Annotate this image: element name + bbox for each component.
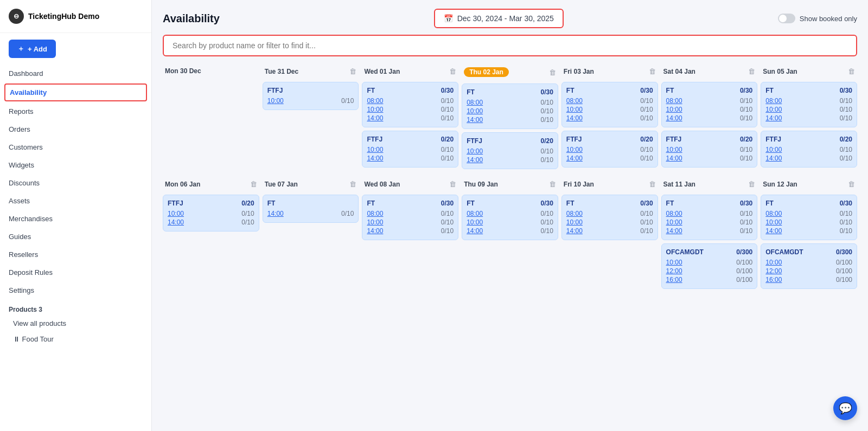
time-link[interactable]: 08:00 xyxy=(566,210,583,217)
time-row: 10:000/10 xyxy=(765,105,852,114)
top-bar: Availability 📅 Dec 30, 2024 - Mar 30, 20… xyxy=(163,9,857,28)
sidebar-sub-item-food-tour[interactable]: ⏸ Food Tour xyxy=(0,331,151,347)
time-row: 14:000/10 xyxy=(367,114,454,123)
time-link[interactable]: 10:00 xyxy=(566,146,583,153)
time-link[interactable]: 14:00 xyxy=(467,156,483,164)
sidebar-item-availability[interactable]: Availability xyxy=(4,83,147,101)
sidebar-item-deposit-rules[interactable]: Deposit Rules xyxy=(0,263,151,281)
trash-icon[interactable]: 🗑 xyxy=(349,180,356,188)
time-link[interactable]: 10:00 xyxy=(168,210,184,217)
day-column-mon-06-jan: Mon 06 Jan🗑FTFJ0/2010:000/1014:000/10 xyxy=(163,178,259,289)
time-link[interactable]: 10:00 xyxy=(765,146,782,153)
time-link[interactable]: 14:00 xyxy=(467,116,483,124)
time-link[interactable]: 10:00 xyxy=(666,146,682,153)
time-link[interactable]: 14:00 xyxy=(666,227,682,235)
sidebar-item-discounts[interactable]: Discounts xyxy=(0,174,151,192)
time-link[interactable]: 14:00 xyxy=(666,155,682,162)
time-link[interactable]: 14:00 xyxy=(765,155,782,162)
time-link[interactable]: 08:00 xyxy=(666,210,682,217)
time-link[interactable]: 10:00 xyxy=(765,259,782,266)
time-link[interactable]: 10:00 xyxy=(367,106,383,113)
time-link[interactable]: 10:00 xyxy=(666,259,682,266)
product-card: OFCAMGDT0/30010:000/10012:000/10016:000/… xyxy=(661,243,758,289)
trash-icon[interactable]: 🗑 xyxy=(349,67,356,75)
trash-icon[interactable]: 🗑 xyxy=(449,67,456,75)
time-link[interactable]: 08:00 xyxy=(765,97,782,105)
time-link[interactable]: 08:00 xyxy=(367,210,383,217)
trash-icon[interactable]: 🗑 xyxy=(549,68,556,76)
product-card-header: FT0/30 xyxy=(666,87,753,94)
time-link[interactable]: 08:00 xyxy=(765,210,782,217)
trash-icon[interactable]: 🗑 xyxy=(848,67,855,75)
time-link[interactable]: 10:00 xyxy=(267,97,284,105)
sidebar-item-customers[interactable]: Customers xyxy=(0,138,151,156)
product-card: FTFJ0/2010:000/1014:000/10 xyxy=(462,132,558,169)
time-link[interactable]: 08:00 xyxy=(666,97,682,105)
trash-icon[interactable]: 🗑 xyxy=(649,180,656,188)
time-link[interactable]: 14:00 xyxy=(765,227,782,235)
time-link[interactable]: 12:00 xyxy=(765,267,782,275)
time-link[interactable]: 08:00 xyxy=(467,210,483,217)
time-link[interactable]: 10:00 xyxy=(666,106,682,113)
product-avail: 0/300 xyxy=(736,248,752,256)
time-link[interactable]: 10:00 xyxy=(467,107,483,115)
product-card-header: FT0/30 xyxy=(566,200,653,207)
time-row: 08:000/10 xyxy=(666,209,753,218)
trash-icon[interactable]: 🗑 xyxy=(748,180,755,188)
time-link[interactable]: 10:00 xyxy=(765,106,782,113)
time-link[interactable]: 08:00 xyxy=(566,97,583,105)
sidebar-item-merchandises[interactable]: Merchandises xyxy=(0,210,151,228)
time-link[interactable]: 16:00 xyxy=(765,276,782,284)
time-row: 14:000/10 xyxy=(666,114,753,123)
time-link[interactable]: 14:00 xyxy=(267,210,284,217)
day-column-tue-31-dec: Tue 31 Dec🗑FTFJ10:000/10 xyxy=(263,65,359,169)
time-link[interactable]: 10:00 xyxy=(467,147,483,155)
time-link[interactable]: 10:00 xyxy=(765,218,782,226)
sidebar-item-guides[interactable]: Guides xyxy=(0,228,151,246)
time-link[interactable]: 16:00 xyxy=(666,276,682,284)
sidebar-item-orders[interactable]: Orders xyxy=(0,120,151,138)
search-input[interactable] xyxy=(163,35,857,56)
time-link[interactable]: 10:00 xyxy=(566,218,583,226)
time-link[interactable]: 14:00 xyxy=(566,155,583,162)
time-link[interactable]: 10:00 xyxy=(367,146,383,153)
trash-icon[interactable]: 🗑 xyxy=(250,180,257,188)
trash-icon[interactable]: 🗑 xyxy=(649,67,656,75)
time-link[interactable]: 14:00 xyxy=(367,227,383,235)
time-link[interactable]: 10:00 xyxy=(467,218,483,226)
trash-icon[interactable]: 🗑 xyxy=(748,67,755,75)
time-link[interactable]: 14:00 xyxy=(367,114,383,122)
time-link[interactable]: 14:00 xyxy=(566,114,583,122)
trash-icon[interactable]: 🗑 xyxy=(449,180,456,188)
sidebar-item-dashboard[interactable]: Dashboard xyxy=(0,65,151,82)
time-link[interactable]: 14:00 xyxy=(765,114,782,122)
sidebar-item-widgets[interactable]: Widgets xyxy=(0,156,151,174)
sidebar-item-settings[interactable]: Settings xyxy=(0,281,151,299)
time-row: 10:000/10 xyxy=(467,107,553,115)
time-link[interactable]: 14:00 xyxy=(467,227,483,235)
sidebar-item-reports[interactable]: Reports xyxy=(0,102,151,120)
chat-bubble-button[interactable]: 💬 xyxy=(833,396,857,420)
time-link[interactable]: 12:00 xyxy=(666,267,682,275)
time-slot-avail: 0/100 xyxy=(836,259,852,266)
sidebar-item-assets[interactable]: Assets xyxy=(0,192,151,210)
time-link[interactable]: 14:00 xyxy=(566,227,583,235)
product-avail: 0/20 xyxy=(840,136,852,143)
time-link[interactable]: 10:00 xyxy=(666,218,682,226)
trash-icon[interactable]: 🗑 xyxy=(848,180,855,188)
time-link[interactable]: 14:00 xyxy=(666,114,682,122)
time-link[interactable]: 10:00 xyxy=(367,218,383,226)
add-button[interactable]: ＋ + Add xyxy=(9,40,56,58)
sidebar-item-resellers[interactable]: Resellers xyxy=(0,246,151,263)
time-link[interactable]: 14:00 xyxy=(367,155,383,162)
time-link[interactable]: 14:00 xyxy=(168,218,184,226)
toggle-switch[interactable] xyxy=(778,14,795,23)
time-slot-avail: 0/10 xyxy=(840,155,852,162)
trash-icon[interactable]: 🗑 xyxy=(549,180,556,188)
date-range-button[interactable]: 📅 Dec 30, 2024 - Mar 30, 2025 xyxy=(434,9,564,28)
time-link[interactable]: 08:00 xyxy=(367,97,383,105)
time-link[interactable]: 08:00 xyxy=(467,99,483,106)
time-link[interactable]: 10:00 xyxy=(566,106,583,113)
sidebar-sub-item-view-all[interactable]: View all products xyxy=(0,316,151,331)
product-card-header: FT0/30 xyxy=(765,87,852,94)
